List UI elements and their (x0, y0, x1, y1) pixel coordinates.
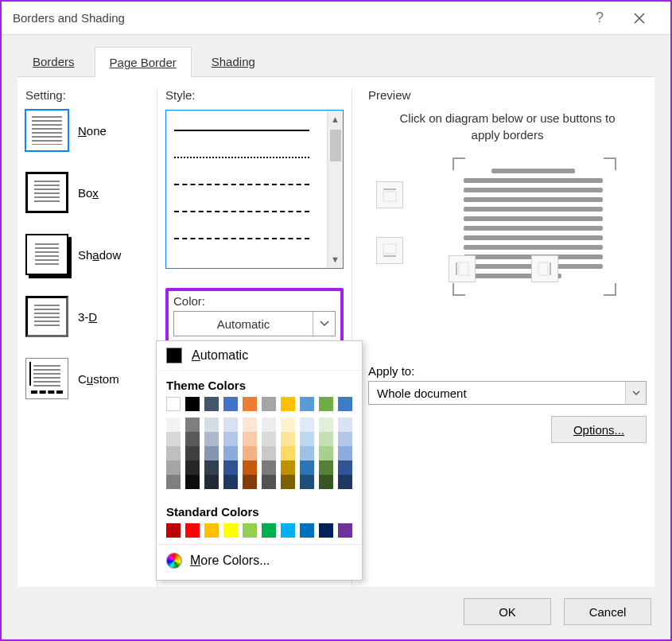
standard-swatch[interactable] (338, 523, 352, 538)
scroll-up-icon[interactable]: ▲ (330, 111, 341, 128)
theme-swatch[interactable] (262, 397, 276, 411)
style-solid[interactable] (174, 117, 309, 144)
theme-shade-swatch[interactable] (166, 418, 181, 432)
color-dropdown[interactable]: Automatic (173, 311, 336, 336)
theme-shade-swatch[interactable] (204, 418, 219, 432)
standard-swatch[interactable] (319, 523, 333, 538)
theme-shade-swatch[interactable] (338, 432, 352, 446)
theme-shade-swatch[interactable] (185, 475, 200, 489)
setting-none[interactable]: None (25, 110, 149, 151)
theme-swatch[interactable] (319, 397, 333, 411)
border-right-toggle[interactable] (531, 255, 558, 282)
border-top-toggle[interactable] (376, 181, 403, 208)
border-left-toggle[interactable] (449, 255, 476, 282)
options-button[interactable]: Options... (551, 416, 647, 443)
theme-shade-swatch[interactable] (300, 446, 314, 460)
theme-shade-swatch[interactable] (243, 418, 257, 432)
theme-shade-swatch[interactable] (281, 475, 295, 489)
style-listbox[interactable]: ▲ ▼ (165, 110, 344, 269)
theme-shade-swatch[interactable] (223, 460, 238, 475)
theme-shade-swatch[interactable] (319, 446, 333, 460)
help-button[interactable]: ? (580, 2, 620, 34)
theme-shade-swatch[interactable] (338, 475, 352, 489)
theme-shade-swatch[interactable] (300, 418, 314, 432)
theme-swatch[interactable] (338, 397, 352, 411)
theme-shade-swatch[interactable] (281, 446, 295, 460)
theme-shade-swatch[interactable] (166, 460, 181, 475)
scroll-down-icon[interactable]: ▼ (328, 251, 343, 268)
theme-shade-swatch[interactable] (166, 446, 181, 460)
theme-shade-swatch[interactable] (243, 475, 257, 489)
theme-swatch[interactable] (223, 397, 238, 411)
theme-shade-swatch[interactable] (281, 460, 295, 475)
theme-swatch[interactable] (204, 397, 219, 411)
theme-shade-swatch[interactable] (300, 432, 314, 446)
style-dash-short[interactable] (174, 171, 309, 198)
theme-shade-swatch[interactable] (262, 432, 276, 446)
theme-shade-swatch[interactable] (338, 418, 352, 432)
setting-shadow[interactable]: Shadow (25, 234, 149, 275)
setting-custom[interactable]: Custom (25, 358, 149, 399)
ok-button[interactable]: OK (464, 598, 551, 625)
theme-shade-swatch[interactable] (204, 475, 219, 489)
tab-borders[interactable]: Borders (17, 46, 90, 76)
theme-shade-swatch[interactable] (262, 418, 276, 432)
theme-shade-swatch[interactable] (223, 446, 238, 460)
apply-to-dropdown[interactable]: Whole document (368, 381, 647, 405)
cancel-button[interactable]: Cancel (564, 598, 651, 625)
theme-shade-swatch[interactable] (166, 432, 181, 446)
theme-swatch[interactable] (281, 397, 295, 411)
scroll-thumb[interactable] (330, 130, 341, 161)
standard-swatch[interactable] (243, 523, 257, 538)
theme-shade-swatch[interactable] (281, 418, 295, 432)
standard-swatch[interactable] (185, 523, 200, 538)
setting-3d[interactable]: 3-D (25, 296, 149, 337)
standard-swatch[interactable] (281, 523, 295, 538)
theme-shade-swatch[interactable] (243, 432, 257, 446)
standard-swatch[interactable] (300, 523, 314, 538)
theme-swatch[interactable] (300, 397, 314, 411)
theme-shade-swatch[interactable] (319, 460, 333, 475)
theme-shade-swatch[interactable] (243, 460, 257, 475)
theme-shade-swatch[interactable] (243, 446, 257, 460)
style-dashdot[interactable] (174, 225, 309, 252)
close-button[interactable] (620, 2, 659, 34)
theme-shade-swatch[interactable] (185, 432, 200, 446)
tab-shading[interactable]: Shading (196, 46, 270, 76)
theme-shade-swatch[interactable] (185, 446, 200, 460)
tab-page-border[interactable]: Page Border (95, 47, 192, 77)
theme-shade-swatch[interactable] (223, 432, 238, 446)
theme-shade-swatch[interactable] (204, 432, 219, 446)
theme-shade-swatch[interactable] (281, 432, 295, 446)
theme-shade-swatch[interactable] (319, 418, 333, 432)
theme-shade-swatch[interactable] (185, 418, 200, 432)
theme-shade-swatch[interactable] (262, 475, 276, 489)
theme-swatch[interactable] (185, 397, 200, 411)
theme-shade-swatch[interactable] (300, 460, 314, 475)
theme-shade-swatch[interactable] (300, 475, 314, 489)
theme-shade-swatch[interactable] (223, 475, 238, 489)
style-dotted[interactable] (174, 144, 309, 171)
theme-shade-swatch[interactable] (185, 460, 200, 475)
style-dash[interactable] (174, 198, 309, 225)
setting-box[interactable]: Box (25, 172, 149, 213)
theme-shade-swatch[interactable] (262, 460, 276, 475)
standard-swatch[interactable] (262, 523, 276, 538)
standard-swatch[interactable] (204, 523, 219, 538)
color-automatic-option[interactable]: Automatic (157, 341, 362, 371)
standard-swatch[interactable] (223, 523, 238, 538)
theme-shade-swatch[interactable] (262, 446, 276, 460)
more-colors-option[interactable]: More Colors... (157, 544, 362, 577)
theme-shade-swatch[interactable] (338, 460, 352, 475)
theme-shade-swatch[interactable] (319, 432, 333, 446)
theme-shade-swatch[interactable] (204, 460, 219, 475)
theme-shade-swatch[interactable] (204, 446, 219, 460)
theme-shade-swatch[interactable] (166, 475, 181, 489)
theme-shade-swatch[interactable] (338, 446, 352, 460)
theme-swatch[interactable] (166, 397, 181, 411)
standard-swatch[interactable] (166, 523, 181, 538)
theme-shade-swatch[interactable] (223, 418, 238, 432)
style-scrollbar[interactable]: ▲ ▼ (327, 111, 343, 268)
theme-shade-swatch[interactable] (319, 475, 333, 489)
theme-swatch[interactable] (243, 397, 257, 411)
